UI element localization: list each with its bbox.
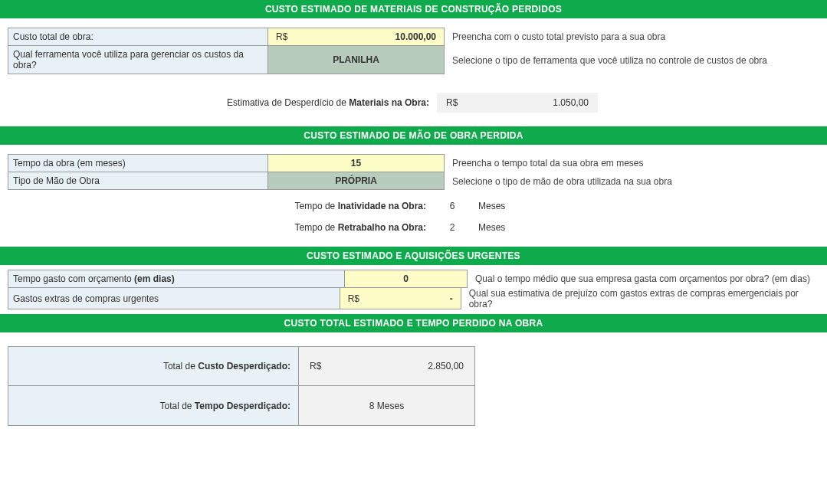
value-gastos-extras: -: [450, 293, 453, 304]
row-tipo-mao-obra: Tipo de Mão de Obra PRÓPRIA Selecione o …: [8, 172, 819, 190]
section-header-urgent: CUSTO ESTIMADO E AQUISIÇÕES URGENTES: [0, 247, 827, 265]
hint-tipo-mao-obra: Selecione o tipo de mão de obra utilizad…: [445, 172, 672, 190]
label-total-tempo: Total de Tempo Desperdiçado:: [8, 386, 299, 426]
hint-tempo-obra: Preencha o tempo total da sua obra em me…: [445, 154, 643, 172]
label-ferramenta: Qual ferramenta você utiliza para gerenc…: [8, 46, 268, 74]
value-total-tempo: 8 Meses: [299, 386, 475, 426]
label-total-custo: Total de Custo Desperdiçado:: [8, 346, 299, 386]
label-retrabalho: Tempo de Retrabalho na Obra:: [8, 222, 437, 233]
currency-symbol: R$: [276, 31, 287, 42]
row-ferramenta: Qual ferramenta você utiliza para gerenc…: [8, 46, 819, 74]
value-inatividade: 6: [437, 201, 468, 211]
currency-symbol: R$: [348, 293, 359, 304]
row-total-custo: Total de Custo Desperdiçado: R$ 2.850,00: [8, 346, 819, 386]
unit-retrabalho: Meses: [468, 222, 505, 233]
unit-inatividade: Meses: [468, 201, 505, 211]
row-custo-total: Custo total de obra: R$ 10.000,00 Preenc…: [8, 28, 819, 46]
row-total-tempo: Total de Tempo Desperdiçado: 8 Meses: [8, 386, 819, 426]
section-header-labor: CUSTO ESTIMADO DE MÃO DE OBRA PERDIDA: [0, 126, 827, 145]
select-ferramenta[interactable]: PLANILHA: [268, 46, 445, 74]
row-gastos-extras: Gastos extras de compras urgentes R$ - Q…: [8, 288, 819, 309]
value-estimativa-materiais: R$ 1.050,00: [437, 93, 598, 113]
input-custo-total[interactable]: R$ 10.000,00: [268, 28, 445, 46]
label-custo-total: Custo total de obra:: [8, 28, 268, 46]
label-tempo-orcamento: Tempo gasto com orçamento (em dias): [8, 270, 345, 288]
row-tempo-obra: Tempo da obra (em meses) 15 Preencha o t…: [8, 154, 819, 172]
hint-tempo-orcamento: Qual o tempo médio que sua empresa gasta…: [468, 270, 810, 288]
hint-custo-total: Preencha com o custo total previsto para…: [445, 28, 665, 46]
section-header-materials: CUSTO ESTIMADO DE MATERIAIS DE CONSTRUÇÃ…: [0, 0, 827, 18]
hint-gastos-extras: Qual sua estimativa de prejuízo com gast…: [461, 288, 819, 309]
input-gastos-extras[interactable]: R$ -: [340, 288, 461, 309]
label-tipo-mao-obra: Tipo de Mão de Obra: [8, 172, 268, 190]
value-total-custo: R$ 2.850,00: [299, 346, 475, 386]
label-gastos-extras: Gastos extras de compras urgentes: [8, 288, 340, 309]
section-header-totals: CUSTO TOTAL ESTIMADO E TEMPO PERDIDO NA …: [0, 314, 827, 332]
input-tempo-obra[interactable]: 15: [268, 154, 445, 172]
label-inatividade: Tempo de Inatividade na Obra:: [8, 201, 437, 211]
label-tempo-obra: Tempo da obra (em meses): [8, 154, 268, 172]
label-estimativa-materiais: Estimativa de Desperdício de Materiais n…: [8, 97, 437, 108]
value-custo-total: 10.000,00: [395, 31, 436, 42]
input-tempo-orcamento[interactable]: 0: [345, 270, 468, 288]
row-tempo-orcamento: Tempo gasto com orçamento (em dias) 0 Qu…: [8, 270, 819, 288]
select-tipo-mao-obra[interactable]: PRÓPRIA: [268, 172, 445, 190]
hint-ferramenta: Selecione o tipo de ferramenta que você …: [445, 46, 767, 74]
value-retrabalho: 2: [437, 222, 468, 233]
